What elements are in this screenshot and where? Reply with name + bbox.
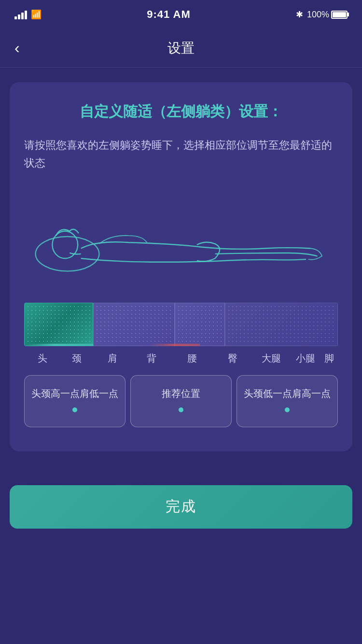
main-content: 自定义随适（左侧躺类）设置： 请按照您喜欢的左侧躺姿势睡下，选择相应部位调节至您… <box>0 68 362 485</box>
label-hip: 臀 <box>212 352 253 365</box>
wifi-icon: 📶 <box>31 9 42 20</box>
label-head: 头 <box>25 352 59 365</box>
sleeping-figure-area <box>24 192 338 298</box>
label-back: 背 <box>131 352 172 365</box>
done-button[interactable]: 完成 <box>10 485 352 529</box>
status-right: ✱ 100% <box>296 9 348 20</box>
mattress-zones <box>24 303 338 346</box>
sleeping-figure-svg <box>24 192 338 298</box>
status-bar: 📶 9:41 AM ✱ 100% <box>0 0 362 29</box>
mattress-area: 头 颈 肩 背 腰 臀 大腿 小腿 脚 <box>24 303 338 361</box>
zone-legs <box>225 303 338 346</box>
mattress-highlight <box>24 344 338 346</box>
label-waist: 腰 <box>172 352 212 365</box>
svg-point-0 <box>36 237 99 271</box>
status-left: 📶 <box>14 9 42 20</box>
option-2-dot <box>179 407 183 412</box>
zone-hip <box>175 303 225 346</box>
status-time: 9:41 AM <box>147 8 191 21</box>
bluetooth-icon: ✱ <box>296 9 303 20</box>
option-button-1[interactable]: 头颈高一点肩低一点 <box>24 375 125 427</box>
settings-card: 自定义随适（左侧躺类）设置： 请按照您喜欢的左侧躺姿势睡下，选择相应部位调节至您… <box>10 82 352 451</box>
label-foot: 脚 <box>321 352 337 365</box>
zone-back <box>93 303 175 346</box>
option-3-dot <box>285 407 290 412</box>
label-neck: 颈 <box>59 352 94 365</box>
option-1-dot <box>72 407 77 412</box>
nav-bar: ‹ 设置 <box>0 29 362 68</box>
card-title: 自定义随适（左侧躺类）设置： <box>24 101 338 122</box>
option-button-3[interactable]: 头颈低一点肩高一点 <box>237 375 338 427</box>
bottom-section: 完成 <box>0 485 362 548</box>
option-1-label: 头颈高一点肩低一点 <box>29 386 120 401</box>
battery-percent: 100% <box>307 10 329 20</box>
label-calf: 小腿 <box>290 352 321 365</box>
back-button[interactable]: ‹ <box>14 39 20 57</box>
signal-icon <box>14 10 27 19</box>
option-button-2[interactable]: 推荐位置 <box>130 375 232 427</box>
battery-indicator: 100% <box>307 10 348 20</box>
battery-icon <box>331 11 348 19</box>
option-2-label: 推荐位置 <box>136 386 226 401</box>
options-row: 头颈高一点肩低一点 推荐位置 头颈低一点肩高一点 <box>24 375 338 427</box>
zone-labels: 头 颈 肩 背 腰 臀 大腿 小腿 脚 <box>24 352 338 365</box>
card-description: 请按照您喜欢的左侧躺姿势睡下，选择相应部位调节至您最舒适的状态 <box>24 136 338 172</box>
zone-head <box>24 303 93 346</box>
label-shoulder: 肩 <box>94 352 131 365</box>
done-button-label: 完成 <box>166 497 196 517</box>
option-3-label: 头颈低一点肩高一点 <box>242 386 333 401</box>
page-title: 设置 <box>167 39 195 57</box>
label-thigh: 大腿 <box>253 352 291 365</box>
